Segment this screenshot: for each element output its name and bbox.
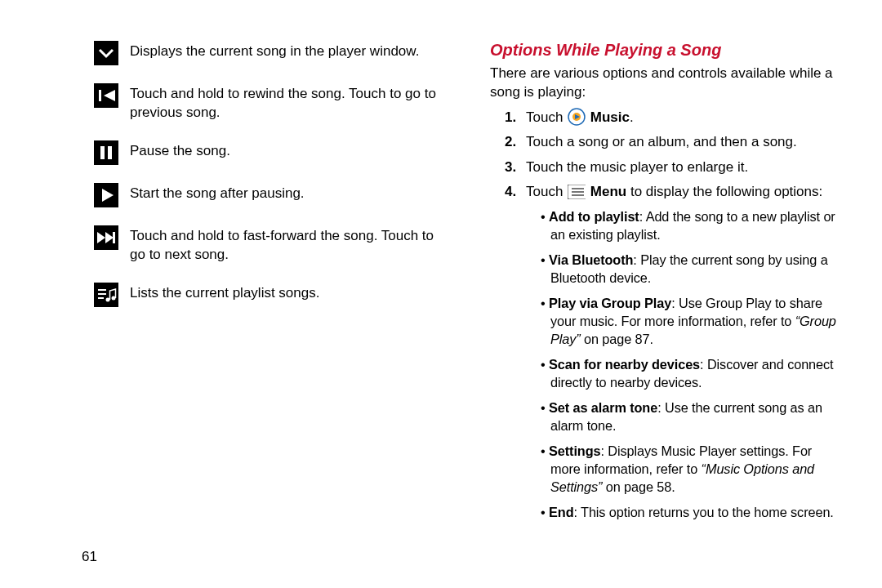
step-item: 1. Touch Music. xyxy=(505,107,845,128)
step-number: 3. xyxy=(505,157,526,178)
previous-icon xyxy=(94,83,118,108)
svg-rect-12 xyxy=(113,232,115,243)
next-icon xyxy=(94,225,118,250)
bullet-item: Play via Group Play: Use Group Play to s… xyxy=(541,294,845,348)
bullet-item: End: This option returns you to the home… xyxy=(541,503,845,521)
svg-rect-0 xyxy=(94,41,118,65)
bullet-item: Add to playlist: Add the song to a new p… xyxy=(541,207,845,243)
svg-rect-5 xyxy=(100,146,105,159)
chevron-down-icon xyxy=(94,41,118,65)
menu-icon xyxy=(568,183,586,201)
svg-rect-2 xyxy=(99,90,101,101)
icon-desc-text: Touch and hold to rewind the song. Touch… xyxy=(130,83,449,122)
playlist-icon xyxy=(94,283,118,307)
icon-desc-row: Start the song after pausing. xyxy=(94,183,449,207)
left-column: Displays the current song in the player … xyxy=(94,41,449,532)
icon-desc-text: Start the song after pausing. xyxy=(130,183,305,203)
icon-desc-row: Touch and hold to fast-forward the song.… xyxy=(94,225,449,265)
play-icon xyxy=(94,183,118,207)
icon-desc-row: Touch and hold to rewind the song. Touch… xyxy=(94,83,449,122)
step-number: 2. xyxy=(505,131,526,153)
step-number: 1. xyxy=(505,107,526,128)
icon-desc-row: Displays the current song in the player … xyxy=(94,41,449,65)
svg-rect-6 xyxy=(108,146,112,159)
icon-desc-text: Displays the current song in the player … xyxy=(130,41,419,61)
music-app-icon xyxy=(568,108,586,126)
icon-desc-text: Touch and hold to fast-forward the song.… xyxy=(130,225,449,265)
menu-options-list: Add to playlist: Add the song to a new p… xyxy=(526,207,845,521)
section-heading: Options While Playing a Song xyxy=(490,41,845,60)
step-item: 2. Touch a song or an album, and then a … xyxy=(505,131,845,153)
right-column: Options While Playing a Song There are v… xyxy=(490,41,845,532)
pause-icon xyxy=(94,140,118,165)
icon-desc-text: Lists the current playlist songs. xyxy=(130,283,319,303)
numbered-steps: 1. Touch Music. 2. Touch a song or an al… xyxy=(490,107,845,528)
step-item: 4. Touch Menu to display the following o… xyxy=(505,181,845,528)
step-number: 4. xyxy=(505,181,526,528)
step-item: 3. Touch the music player to enlarge it. xyxy=(505,157,845,178)
page-number: 61 xyxy=(82,549,97,565)
icon-desc-row: Pause the song. xyxy=(94,140,449,165)
icon-desc-text: Pause the song. xyxy=(130,140,230,161)
bullet-item: Scan for nearby devices: Discover and co… xyxy=(541,355,845,391)
bullet-item: Settings: Displays Music Player settings… xyxy=(541,442,845,496)
icon-desc-row: Lists the current playlist songs. xyxy=(94,283,449,307)
bullet-item: Set as alarm tone: Use the current song … xyxy=(541,399,845,434)
intro-text: There are various options and controls a… xyxy=(490,65,845,102)
bullet-item: Via Bluetooth: Play the current song by … xyxy=(541,251,845,287)
svg-rect-4 xyxy=(94,140,118,165)
